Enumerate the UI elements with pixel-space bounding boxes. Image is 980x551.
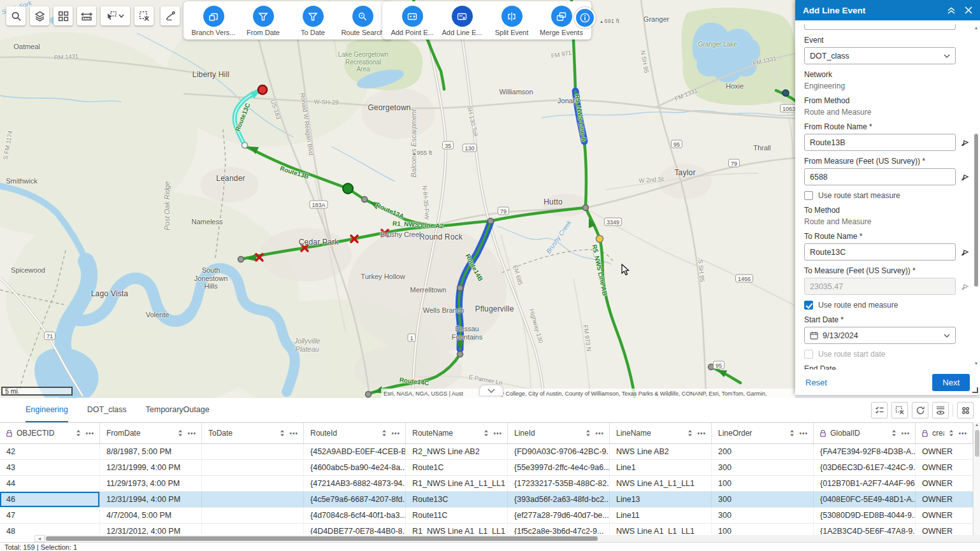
column-menu-icon[interactable]: ••• bbox=[391, 430, 400, 437]
column-header-objectid[interactable]: OBJECTID••• bbox=[0, 423, 100, 443]
table-cell[interactable]: OWNER bbox=[916, 524, 973, 534]
sort-icon[interactable] bbox=[280, 429, 285, 437]
column-menu-icon[interactable]: ••• bbox=[187, 430, 196, 437]
table-cell[interactable]: 12/31/1999, 4:00 PM bbox=[100, 460, 202, 475]
start-date-input[interactable]: 9/13/2024 bbox=[804, 327, 956, 344]
event-select[interactable]: DOT_class bbox=[804, 47, 956, 64]
column-menu-icon[interactable]: ••• bbox=[697, 430, 706, 437]
split-event-button[interactable]: Split Event bbox=[491, 6, 533, 36]
tab-dot-class[interactable]: DOT_class bbox=[87, 398, 127, 422]
table-row[interactable]: 4612/31/1994, 4:00 PM{4c5e79a6-6687-4207… bbox=[0, 492, 973, 508]
column-menu-icon[interactable]: ••• bbox=[493, 430, 502, 437]
reset-button[interactable]: Reset bbox=[805, 378, 827, 387]
column-header-todate[interactable]: ToDate••• bbox=[202, 423, 304, 443]
table-cell[interactable]: R1_NWS Line A1_L1_LL1 bbox=[406, 524, 508, 534]
table-cell[interactable]: 12/31/1994, 4:00 PM bbox=[100, 492, 202, 507]
table-cell[interactable]: 100 bbox=[712, 524, 814, 534]
table-cell[interactable]: Route1C bbox=[406, 460, 508, 475]
table-cell[interactable]: {1A2B3C4D-5E6F-47A8-9... bbox=[814, 524, 916, 534]
map-view[interactable]: OatmealLiberty HillSmithwickNamelessSpic… bbox=[0, 0, 795, 398]
table-cell[interactable]: OWNER bbox=[916, 508, 973, 523]
column-menu-icon[interactable]: ••• bbox=[958, 430, 967, 437]
table-cell[interactable]: Route13C bbox=[406, 492, 508, 507]
table-cell[interactable] bbox=[202, 444, 304, 459]
table-cell[interactable]: 12/31/2012, 4:00 PM bbox=[100, 524, 202, 534]
refresh-icon[interactable] bbox=[912, 402, 928, 419]
table-cell[interactable]: {0408E0FC-5E49-48D1-A... bbox=[814, 492, 916, 507]
table-cell[interactable]: 8/8/1987, 5:00 PM bbox=[100, 444, 202, 459]
table-cell[interactable]: {03D6EC3D-61E7-424C-9... bbox=[814, 460, 916, 475]
scrollbar-thumb[interactable] bbox=[46, 536, 598, 541]
table-cell[interactable]: {47214AB3-6882-4873-94... bbox=[304, 476, 406, 491]
table-row[interactable]: 4812/31/2012, 4:00 PM{4D4DBE77-0E78-44B0… bbox=[0, 524, 973, 534]
table-cell[interactable]: {4D4DBE77-0E78-44B0-8... bbox=[304, 524, 406, 534]
table-cell[interactable]: 48 bbox=[0, 524, 100, 534]
table-cell[interactable]: {4d7084c8-6cf4-40f1-ba3... bbox=[304, 508, 406, 523]
table-cell[interactable]: {ef277a28-79d6-40d7-be... bbox=[508, 508, 610, 523]
collapse-panel-icon[interactable] bbox=[947, 6, 956, 15]
table-cell[interactable]: 47 bbox=[0, 508, 100, 523]
scroll-left-arrow[interactable]: ◄ bbox=[34, 535, 45, 542]
column-header-lineorder[interactable]: LineOrder••• bbox=[712, 423, 814, 443]
toggle-attribute-table-button[interactable] bbox=[479, 385, 503, 396]
table-cell[interactable]: 42 bbox=[0, 444, 100, 459]
table-cell[interactable]: 200 bbox=[712, 444, 814, 459]
map-picker-icon[interactable] bbox=[960, 172, 971, 182]
table-cell[interactable]: Line1 bbox=[610, 460, 712, 475]
table-cell[interactable]: 43 bbox=[0, 460, 100, 475]
sort-icon[interactable] bbox=[688, 429, 693, 437]
use-route-start-measure-checkbox[interactable]: Use route start measure bbox=[804, 191, 971, 200]
table-cell[interactable]: {012B70B1-A2F7-4A4F-96... bbox=[814, 476, 916, 491]
table-cell[interactable]: {393ad56f-2a63-48fd-bc2... bbox=[508, 492, 610, 507]
column-menu-icon[interactable]: ••• bbox=[901, 430, 910, 437]
tab-engineering[interactable]: Engineering bbox=[25, 398, 68, 422]
column-header-routeid[interactable]: RouteId••• bbox=[304, 423, 406, 443]
column-header-fromdate[interactable]: FromDate••• bbox=[100, 423, 202, 443]
table-cell[interactable]: 300 bbox=[712, 508, 814, 523]
table-cell[interactable]: 300 bbox=[712, 492, 814, 507]
next-button[interactable]: Next bbox=[932, 374, 970, 391]
sort-icon[interactable] bbox=[382, 429, 387, 437]
search-icon[interactable] bbox=[6, 6, 25, 25]
table-cell[interactable]: NWS Line A1_L1_LL1 bbox=[610, 476, 712, 491]
table-row[interactable]: 428/8/1987, 5:00 PM{452A9ABD-E0EF-4CEB-B… bbox=[0, 444, 973, 460]
table-cell[interactable]: {FA47E394-92F8-4D3B-A... bbox=[814, 444, 916, 459]
column-menu-icon[interactable]: ••• bbox=[85, 430, 94, 437]
scrollbar-thumb[interactable] bbox=[975, 430, 979, 457]
table-cell[interactable] bbox=[202, 492, 304, 507]
column-header-create[interactable]: create••• bbox=[916, 423, 973, 443]
from-route-name-input[interactable]: Route13B bbox=[804, 134, 956, 151]
add-line-event-button[interactable]: Add Line E... bbox=[441, 6, 483, 36]
table-row[interactable]: 474/7/2004, 5:00 PM{4d7084c8-6cf4-40f1-b… bbox=[0, 508, 973, 524]
scrollbar-thumb[interactable] bbox=[974, 134, 978, 287]
table-row[interactable]: 4312/31/1999, 4:00 PM{4600abc5-ba90-4e24… bbox=[0, 460, 973, 476]
basemap-gallery-icon[interactable] bbox=[54, 6, 73, 25]
table-cell[interactable]: R2_NWS Line AB2 bbox=[406, 444, 508, 459]
panel-resize-handle[interactable] bbox=[972, 387, 978, 393]
table-cell[interactable]: OWNER bbox=[916, 460, 973, 475]
table-vertical-scrollbar[interactable]: ▲ bbox=[973, 422, 980, 535]
table-cell[interactable]: {1f5c2a8e-3b6d-47c2-9... bbox=[508, 524, 610, 534]
table-cell[interactable] bbox=[202, 460, 304, 475]
table-cell[interactable]: Route11C bbox=[406, 508, 508, 523]
table-cell[interactable]: Line11 bbox=[610, 508, 712, 523]
map-picker-icon[interactable] bbox=[960, 247, 971, 257]
table-cell[interactable]: 46 bbox=[0, 492, 100, 507]
clear-selection-icon[interactable] bbox=[134, 6, 154, 25]
clear-table-selection-icon[interactable] bbox=[891, 402, 908, 419]
map-picker-icon[interactable] bbox=[960, 138, 971, 147]
show-selected-records-icon[interactable] bbox=[871, 402, 888, 419]
table-cell[interactable] bbox=[202, 524, 304, 534]
table-cell[interactable]: {FD90A03C-9706-42BC-9... bbox=[508, 444, 610, 459]
to-route-name-input[interactable]: Route13C bbox=[804, 243, 956, 261]
table-cell[interactable]: 44 bbox=[0, 476, 100, 491]
from-date-button[interactable]: From Date bbox=[242, 6, 284, 36]
scroll-up-arrow[interactable]: ▲ bbox=[974, 25, 979, 30]
column-header-lineid[interactable]: LineId••• bbox=[508, 423, 610, 443]
table-cell[interactable]: OWNER bbox=[916, 444, 973, 459]
table-row[interactable]: 4411/29/1973, 4:00 PM{47214AB3-6882-4873… bbox=[0, 476, 973, 492]
table-cell[interactable]: Line13 bbox=[610, 492, 712, 507]
table-horizontal-scrollbar[interactable]: ◄ bbox=[0, 535, 980, 542]
branch-versions-button[interactable]: Branch Vers... bbox=[192, 6, 234, 36]
table-cell[interactable] bbox=[202, 508, 304, 523]
